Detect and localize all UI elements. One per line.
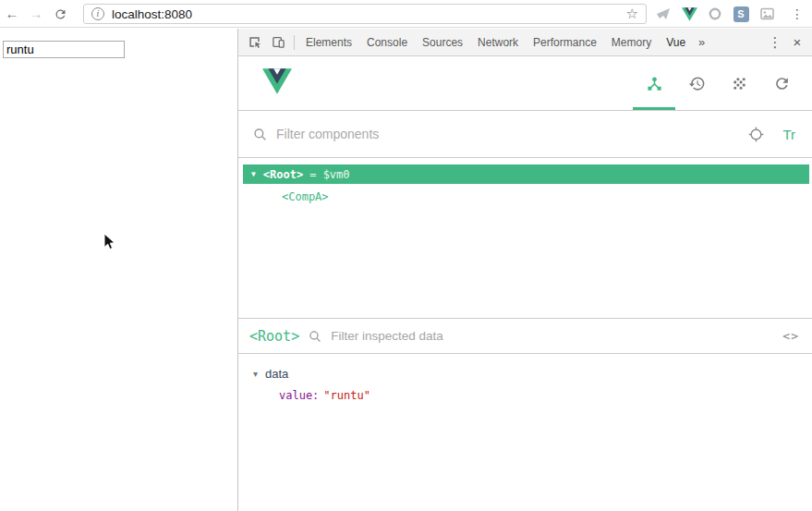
browser-menu-button[interactable]: ⋮ [788, 0, 806, 28]
devtools-panel: Elements Console Sources Network Perform… [238, 29, 812, 511]
s-extension-letter: S [733, 6, 749, 22]
inspect-cursor-icon [248, 35, 261, 49]
search-icon [253, 128, 267, 141]
tree-node-compa[interactable]: <CompA> [238, 189, 812, 205]
devtools-menu-button[interactable]: ⋮ [764, 34, 786, 51]
expand-caret-icon[interactable]: ▾ [253, 369, 258, 379]
refresh-button[interactable] [48, 6, 72, 22]
device-toolbar-icon [272, 35, 285, 49]
components-tree-icon [646, 75, 663, 92]
vuex-tab-button[interactable] [718, 56, 760, 110]
grain-dots-icon [731, 75, 748, 92]
component-tree: ▼ <Root> = $vm0 <CompA> [238, 158, 812, 319]
root-node-vm-ref: = $vm0 [309, 168, 349, 181]
refresh-icon [773, 75, 791, 92]
inspect-element-button[interactable] [242, 30, 266, 55]
extensions-row: S [654, 0, 776, 28]
device-toolbar-button[interactable] [266, 30, 290, 55]
compa-node-tag: <CompA> [282, 190, 329, 203]
filter-components-input[interactable] [276, 127, 739, 141]
vue-toolbar [238, 56, 812, 111]
inspect-dom-icon[interactable]: <> [782, 329, 799, 343]
back-button[interactable]: ← [0, 6, 24, 21]
data-key: value: [279, 389, 319, 402]
tab-network[interactable]: Network [470, 29, 526, 55]
tab-vue[interactable]: Vue [659, 29, 693, 55]
forward-button[interactable]: → [24, 6, 48, 21]
page-info-icon[interactable]: i [91, 7, 104, 20]
events-tab-button[interactable] [675, 56, 718, 110]
tree-node-root[interactable]: ▼ <Root> = $vm0 [243, 164, 809, 184]
devtools-tabbar: Elements Console Sources Network Perform… [238, 29, 812, 56]
tab-memory[interactable]: Memory [604, 29, 659, 55]
tab-console[interactable]: Console [359, 29, 415, 55]
inspected-component-name: <Root> [249, 328, 299, 345]
tab-performance[interactable]: Performance [526, 29, 604, 55]
data-entry-value[interactable]: value:"runtu" [253, 389, 797, 402]
refresh-vue-button[interactable] [760, 56, 803, 110]
data-value: "runtu" [323, 389, 370, 402]
image-extension-icon[interactable] [757, 5, 776, 23]
select-component-crosshair-icon[interactable] [748, 127, 764, 142]
more-tabs-button[interactable]: » [693, 35, 710, 49]
address-bar[interactable]: i localhost:8080 ☆ [83, 4, 647, 24]
history-clock-icon [688, 75, 706, 92]
devtools-close-button[interactable]: × [786, 34, 808, 50]
inspected-data-pane: ▾ data value:"runtu" [238, 354, 812, 511]
s-extension-icon[interactable]: S [732, 5, 750, 23]
vue-logo [262, 68, 292, 98]
page-text-input[interactable] [3, 41, 125, 58]
collapse-caret-icon[interactable]: ▼ [251, 170, 256, 178]
inspector-header: <Root> <> [238, 319, 812, 354]
data-section-label: data [265, 367, 288, 381]
data-section-header[interactable]: ▾ data [253, 367, 797, 381]
component-filter-bar: Tr [238, 111, 812, 158]
components-tab-button[interactable] [633, 56, 675, 110]
vue-extension-icon[interactable] [680, 5, 698, 23]
browser-toolbar: ← → i localhost:8080 ☆ S [0, 0, 812, 28]
paper-plane-extension-icon[interactable] [654, 5, 673, 23]
url-text[interactable]: localhost:8080 [112, 7, 619, 21]
tab-elements[interactable]: Elements [298, 29, 359, 55]
bookmark-star-icon[interactable]: ☆ [626, 6, 638, 22]
filter-inspected-data-input[interactable] [331, 329, 773, 343]
page-content [0, 29, 238, 511]
refresh-icon [54, 7, 67, 21]
browser-window: ← → i localhost:8080 ☆ S [0, 0, 812, 511]
search-icon [309, 330, 321, 343]
tabbar-separator [294, 35, 295, 50]
format-component-names-button[interactable]: Tr [782, 127, 795, 142]
circle-extension-icon[interactable] [706, 5, 724, 23]
tab-sources[interactable]: Sources [415, 29, 470, 55]
vue-toolbar-tabs [633, 56, 803, 110]
root-node-tag: <Root> [263, 168, 303, 181]
mouse-cursor [103, 233, 115, 255]
